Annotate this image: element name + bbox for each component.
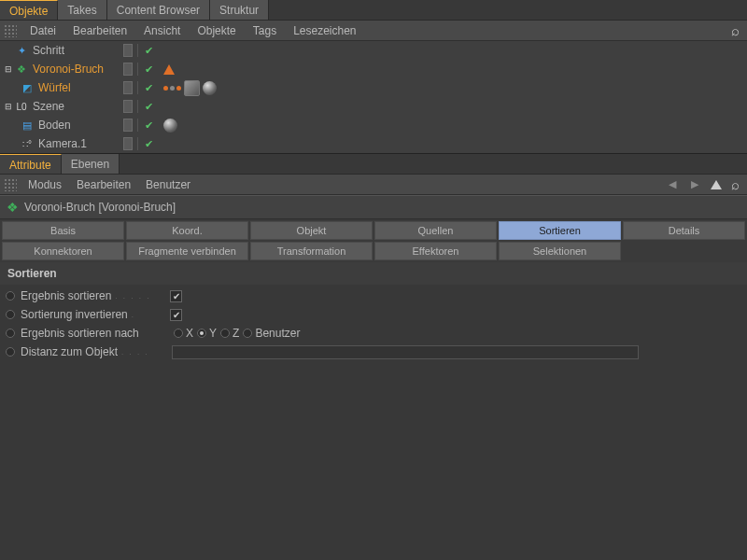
menu-lesezeichen[interactable]: Lesezeichen <box>286 21 363 40</box>
tab-ebenen[interactable]: Ebenen <box>62 154 120 174</box>
tag-dots-icon[interactable] <box>163 86 181 91</box>
visibility-toggle[interactable]: ✔ <box>143 82 154 93</box>
menu-benutzer[interactable]: Benutzer <box>138 175 198 194</box>
visibility-toggle[interactable]: ✔ <box>143 63 154 75</box>
visibility-toggle[interactable]: ✔ <box>143 138 154 149</box>
nav-back-icon[interactable]: ◀ <box>666 178 679 190</box>
tree-row-schritt[interactable]: ✦ Schritt ✔ <box>0 41 747 60</box>
dots-icon: . . . . <box>118 348 149 357</box>
visibility-toggle[interactable]: ✔ <box>143 45 154 56</box>
checkbox-ergebnis-sortieren[interactable]: ✔ <box>170 290 182 302</box>
tab-struktur[interactable]: Struktur <box>210 0 269 20</box>
tab-selektionen[interactable]: Selektionen <box>499 242 621 260</box>
texture-tag-icon[interactable] <box>184 80 200 96</box>
grip-icon[interactable] <box>4 178 17 191</box>
radio-z[interactable]: Z <box>220 327 239 340</box>
menu-bearbeiten-attr[interactable]: Bearbeiten <box>69 175 138 194</box>
anim-dot-icon[interactable] <box>6 329 15 338</box>
tab-koord[interactable]: Koord. <box>126 221 248 240</box>
tab-sortieren[interactable]: Sortieren <box>499 221 621 240</box>
collapse-icon[interactable]: ⊟ <box>4 102 13 111</box>
param-label: Ergebnis sortieren nach <box>21 327 139 340</box>
fracture-icon: ❖ <box>15 63 28 76</box>
material-tag-icon[interactable] <box>203 81 217 95</box>
visibility-toggle[interactable]: ✔ <box>143 119 154 131</box>
tab-basis[interactable]: Basis <box>2 221 124 240</box>
tree-row-szene[interactable]: ⊟ L0 Szene ✔ <box>0 97 747 116</box>
attribute-menubar: Modus Bearbeiten Benutzer ◀ ▶ <box>0 175 747 195</box>
object-tree: ✦ Schritt ✔ ⊟ ❖ Voronoi-Bruch ✔ ◩ Würfel <box>0 41 747 154</box>
param-sortieren-nach: Ergebnis sortieren nach X Y Z Benutzer <box>6 324 741 343</box>
tab-content-browser[interactable]: Content Browser <box>107 0 210 20</box>
visibility-toggle[interactable]: ✔ <box>143 101 154 112</box>
floor-icon: ▤ <box>21 119 34 132</box>
tree-row-boden[interactable]: ▤ Boden ✔ <box>0 116 747 134</box>
param-sortierung-invertieren: Sortierung invertieren. ✔ <box>6 305 741 324</box>
dots-icon: . . . . . <box>111 292 150 301</box>
collapse-icon[interactable]: ⊟ <box>4 64 13 74</box>
menu-ansicht[interactable]: Ansicht <box>136 21 188 40</box>
object-header: ❖ Voronoi-Bruch [Voronoi-Bruch] <box>0 195 747 219</box>
search-icon[interactable] <box>731 176 740 192</box>
param-label: Distanz zum Objekt <box>21 345 118 358</box>
grip-icon[interactable] <box>4 24 17 37</box>
anim-dot-icon[interactable] <box>6 347 15 357</box>
nav-fwd-icon[interactable]: ▶ <box>688 178 701 190</box>
menu-bearbeiten[interactable]: Bearbeiten <box>65 21 134 40</box>
layer-toggle[interactable] <box>123 137 133 150</box>
tree-label: Würfel <box>35 81 71 94</box>
foot-icon: ✦ <box>15 44 28 57</box>
null-icon: L0 <box>15 100 28 113</box>
menu-tags[interactable]: Tags <box>246 21 284 40</box>
radio-y[interactable]: Y <box>197 327 217 340</box>
layer-toggle[interactable] <box>123 119 133 132</box>
checkbox-invertieren[interactable]: ✔ <box>170 309 182 321</box>
menu-modus[interactable]: Modus <box>21 175 69 194</box>
param-ergebnis-sortieren: Ergebnis sortieren. . . . . ✔ <box>6 287 741 305</box>
tree-label: Boden <box>35 119 71 132</box>
params-area: Ergebnis sortieren. . . . . ✔ Sortierung… <box>0 285 747 363</box>
camera-icon: ∷° <box>21 137 34 150</box>
tree-row-wuerfel[interactable]: ◩ Würfel ✔ <box>0 78 747 97</box>
param-label: Ergebnis sortieren <box>21 289 111 302</box>
section-title: Sortieren <box>0 262 747 285</box>
tab-transformation[interactable]: Transformation <box>250 242 373 260</box>
tab-effektoren[interactable]: Effektoren <box>374 242 497 260</box>
separator <box>137 63 138 76</box>
tab-objekt[interactable]: Objekt <box>250 221 373 240</box>
menu-datei[interactable]: Datei <box>22 21 63 40</box>
object-panel-tabs: Objekte Takes Content Browser Struktur <box>0 0 747 21</box>
layer-toggle[interactable] <box>123 100 133 113</box>
anim-dot-icon[interactable] <box>6 310 15 319</box>
search-icon[interactable] <box>731 22 747 38</box>
layer-toggle[interactable] <box>123 63 133 76</box>
spacer <box>4 46 13 55</box>
tab-attribute[interactable]: Attribute <box>0 154 62 174</box>
cube-icon: ◩ <box>21 81 34 94</box>
radio-benutzer[interactable]: Benutzer <box>243 327 300 340</box>
menu-objekte[interactable]: Objekte <box>190 21 243 40</box>
param-distanz-zum-objekt: Distanz zum Objekt. . . . <box>6 343 741 361</box>
fracture-icon: ❖ <box>6 201 19 214</box>
separator <box>137 119 138 132</box>
up-arrow-icon[interactable] <box>711 180 722 189</box>
dots-icon: . <box>128 311 135 319</box>
tab-fragmente[interactable]: Fragmente verbinden <box>126 242 248 260</box>
tab-takes[interactable]: Takes <box>58 0 106 20</box>
tree-row-voronoi[interactable]: ⊟ ❖ Voronoi-Bruch ✔ <box>0 60 747 78</box>
object-menubar: Datei Bearbeiten Ansicht Objekte Tags Le… <box>0 21 747 41</box>
tab-objekte[interactable]: Objekte <box>0 0 58 20</box>
anim-dot-icon[interactable] <box>6 291 15 301</box>
attribute-panel-tabs: Attribute Ebenen <box>0 154 747 175</box>
tab-konnektoren[interactable]: Konnektoren <box>2 242 124 260</box>
distanz-link-field[interactable] <box>172 345 639 359</box>
tree-label: Schritt <box>30 44 64 57</box>
radio-x[interactable]: X <box>174 327 193 340</box>
tab-details[interactable]: Details <box>623 221 745 240</box>
layer-toggle[interactable] <box>123 44 133 57</box>
tab-quellen[interactable]: Quellen <box>374 221 497 240</box>
tree-row-kamera[interactable]: ∷° Kamera.1 ✔ <box>0 134 747 153</box>
material-tag-icon[interactable] <box>163 119 177 133</box>
warning-icon[interactable] <box>163 64 175 75</box>
layer-toggle[interactable] <box>123 81 133 94</box>
